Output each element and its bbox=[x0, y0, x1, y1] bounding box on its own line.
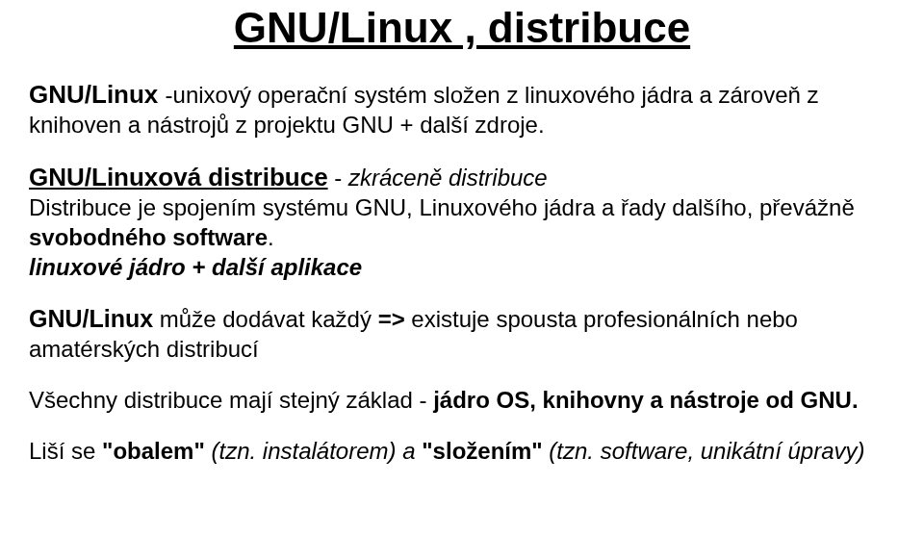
text-p4-b: jádro OS, knihovny a nástroje od GNU. bbox=[433, 387, 858, 413]
paragraph-zaklad: Všechny distribuce mají stejný základ - … bbox=[29, 386, 895, 416]
paragraph-gnu-linux-dodavat: GNU/Linux může dodávat každý => existuje… bbox=[29, 303, 895, 364]
text-p5-b: "obalem" bbox=[102, 438, 205, 464]
lead-distribuce: GNU/Linuxová distribuce bbox=[29, 163, 328, 191]
document-page: GNU/Linux , distribuce GNU/Linux -unixov… bbox=[0, 4, 924, 560]
text-p3-mid: může dodávat každý bbox=[153, 306, 377, 332]
text-p2-dash: - bbox=[328, 165, 348, 191]
text-p5-c: (tzn. instalátorem) a bbox=[205, 438, 422, 464]
text-p2-line2c: . bbox=[268, 224, 274, 250]
page-title: GNU/Linux , distribuce bbox=[29, 4, 895, 52]
text-p5-e: (tzn. software, unikátní úpravy) bbox=[543, 438, 865, 464]
text-p3-arrow: => bbox=[378, 306, 412, 332]
text-p5-a: Liší se bbox=[29, 438, 102, 464]
lead-p3: GNU/Linux bbox=[29, 305, 153, 332]
text-p4-a: Všechny distribuce mají stejný základ - bbox=[29, 387, 433, 413]
text-p2-line3: linuxové jádro + další aplikace bbox=[29, 254, 362, 280]
text-p2-line2b: svobodného software bbox=[29, 224, 268, 250]
text-p2-italic: zkráceně distribuce bbox=[348, 165, 548, 191]
paragraph-gnu-linux: GNU/Linux -unixový operační systém slože… bbox=[29, 79, 895, 140]
text-p2-line2a: Distribuce je spojením systému GNU, Linu… bbox=[29, 194, 855, 220]
paragraph-lisi: Liší se "obalem" (tzn. instalátorem) a "… bbox=[29, 437, 895, 467]
lead-gnu-linux: GNU/Linux bbox=[29, 80, 166, 109]
paragraph-distribuce: GNU/Linuxová distribuce - zkráceně distr… bbox=[29, 162, 895, 282]
text-p5-d: "složením" bbox=[422, 438, 542, 464]
